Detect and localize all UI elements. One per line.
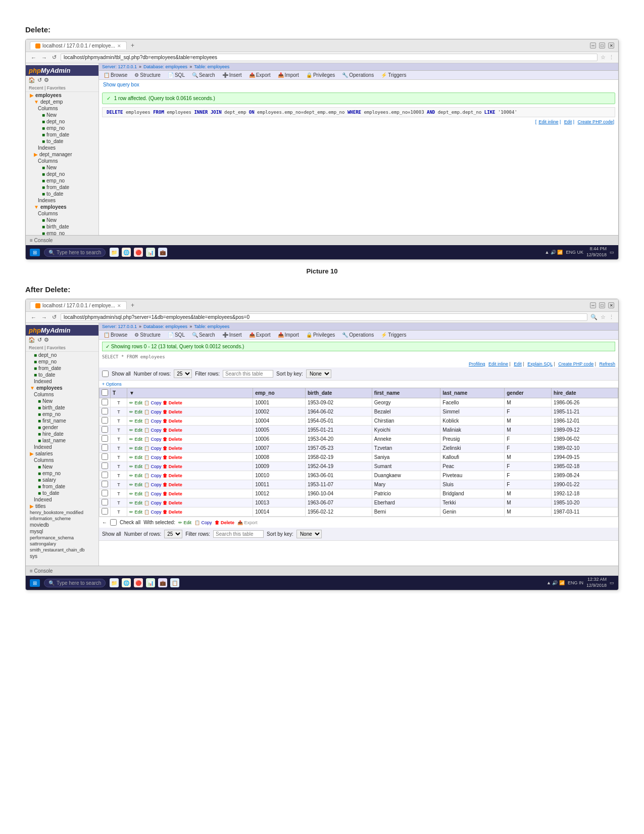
tree-dept-no-2[interactable]: ■ dept_no — [26, 171, 98, 177]
delete-btn[interactable]: 🗑 Delete — [163, 409, 182, 414]
insert-btn-2[interactable]: ➕ Insert — [221, 332, 243, 338]
row-checkbox[interactable] — [100, 471, 111, 480]
tree-emp-no-col-s2[interactable]: ■ emp_no — [26, 411, 98, 418]
show-all-checkbox[interactable] — [102, 370, 109, 377]
sql-btn[interactable]: 📄 SQL — [166, 72, 186, 78]
copy-btn[interactable]: 📋 Copy — [144, 400, 162, 405]
import-btn[interactable]: 📥 Import — [276, 72, 301, 78]
app-icon-1[interactable]: 📁 — [110, 248, 119, 257]
new-tab-btn-1[interactable]: + — [129, 42, 136, 49]
sort-select[interactable]: None — [306, 369, 331, 378]
tree-new-3[interactable]: ■ New — [26, 217, 98, 223]
th-emp-no[interactable]: emp_no — [253, 388, 306, 398]
edit-inline-link[interactable]: Edit inline — [538, 119, 558, 124]
edit-btn[interactable]: ✏ Edit — [129, 446, 142, 451]
tree-salary[interactable]: ■ salary — [26, 477, 98, 483]
delete-btn[interactable]: 🗑 Delete — [163, 446, 182, 451]
tree-emp-no-3[interactable]: ■ emp_no — [26, 230, 98, 235]
row-checkbox[interactable] — [100, 480, 111, 489]
reload-btn-2[interactable]: ↺ — [51, 314, 58, 320]
show-query-box[interactable]: Show query box — [99, 80, 618, 89]
row-checkbox[interactable] — [100, 416, 111, 426]
bottom-export-btn[interactable]: 📤 Export — [237, 520, 258, 525]
bottom-copy-btn[interactable]: 📋 Copy — [194, 520, 212, 525]
import-btn-2[interactable]: 📥 Import — [276, 332, 301, 338]
row-checkbox[interactable] — [100, 407, 111, 416]
filter-input[interactable] — [223, 370, 273, 378]
app-icon-3[interactable]: 🔴 — [134, 248, 143, 257]
reload-btn-1[interactable]: ↺ — [51, 54, 58, 61]
create-php-link-2[interactable]: Create PHP code — [558, 361, 593, 366]
tree-mysql[interactable]: mysql — [26, 528, 98, 535]
taskbar-search-1[interactable]: 🔍 Type here to search — [44, 248, 106, 257]
copy-btn[interactable]: 📋 Copy — [144, 455, 162, 460]
tree-dept-no-s2[interactable]: ■ dept_no — [26, 352, 98, 358]
edit-btn[interactable]: ✏ Edit — [129, 409, 142, 414]
select-all-checkbox[interactable] — [102, 389, 108, 396]
browser-tab-2[interactable]: localhost / 127.0.0.1 / employe... ✕ — [30, 301, 127, 309]
copy-btn[interactable]: 📋 Copy — [144, 419, 162, 424]
app-icon-2[interactable]: 🌐 — [122, 248, 131, 257]
structure-btn-2[interactable]: ⚙ Structure — [133, 332, 162, 338]
desktop-btn-1[interactable]: ▭ — [610, 250, 614, 255]
triggers-btn-1[interactable]: ⚡ Triggers — [379, 72, 408, 78]
settings-icon[interactable]: ⚙ — [43, 77, 49, 83]
row-checkbox[interactable] — [100, 426, 111, 435]
server-crumb-2[interactable]: Server: 127.0.0.1 — [102, 324, 137, 329]
create-php-link[interactable]: Create PHP code — [578, 119, 613, 124]
tree-indexed-sal[interactable]: Indexed — [26, 496, 98, 503]
tree-emp-columns-s2[interactable]: Columns — [26, 391, 98, 398]
tree-emp-columns[interactable]: Columns — [26, 210, 98, 217]
tree-dept-mgr-columns[interactable]: Columns — [26, 158, 98, 164]
delete-btn[interactable]: 🗑 Delete — [163, 491, 182, 496]
edit-btn[interactable]: ✏ Edit — [129, 428, 142, 433]
tree-new-1[interactable]: ■ New — [26, 112, 98, 118]
db-crumb[interactable]: Database: employees — [143, 64, 187, 69]
delete-btn[interactable]: 🗑 Delete — [163, 437, 182, 442]
address-input-2[interactable]: localhost/phpmyadmin/sql.php?server=1&db… — [61, 313, 587, 321]
sql-btn-2[interactable]: 📄 SQL — [166, 332, 186, 338]
browser-tab-1[interactable]: localhost / 127.0.0.1 / employe... ✕ — [30, 41, 127, 50]
tree-to-date-s2[interactable]: ■ to_date — [26, 372, 98, 378]
bottom-delete-btn[interactable]: 🗑 Delete — [215, 520, 234, 525]
tree-from-date-1[interactable]: ■ from_date — [26, 131, 98, 138]
delete-btn[interactable]: 🗑 Delete — [163, 400, 182, 405]
close-btn-1[interactable]: ✕ — [608, 42, 614, 49]
app-icon-5[interactable]: 💼 — [158, 248, 167, 257]
server-crumb[interactable]: Server: 127.0.0.1 — [102, 64, 137, 69]
delete-btn[interactable]: 🗑 Delete — [163, 455, 182, 460]
tree-indexes-2[interactable]: Indexes — [26, 197, 98, 204]
privileges-btn-2[interactable]: 🔒 Privileges — [305, 332, 336, 338]
app-icon-t2[interactable]: 🌐 — [122, 578, 131, 587]
edit-btn[interactable]: ✏ Edit — [129, 500, 142, 505]
tree-dept-manager[interactable]: ▶ dept_manager — [26, 151, 98, 158]
row-checkbox[interactable] — [100, 507, 111, 517]
refresh-icon-2[interactable]: ↺ — [37, 337, 42, 343]
app-icon-t3[interactable]: 🔴 — [134, 578, 143, 587]
menu-icon-2[interactable]: ⋮ — [609, 314, 614, 320]
tree-emp-no-s2[interactable]: ■ emp_no — [26, 358, 98, 365]
tree-employees-s2[interactable]: ▼ employees — [26, 385, 98, 391]
tree-sys[interactable]: sys — [26, 553, 98, 560]
home-icon[interactable]: 🏠 — [28, 77, 36, 83]
edit-btn[interactable]: ✏ Edit — [129, 464, 142, 469]
new-tab-btn-2[interactable]: + — [129, 302, 136, 309]
options-row[interactable]: + Options — [99, 381, 618, 388]
tree-titles[interactable]: ▶ titles — [26, 503, 98, 509]
browse-btn[interactable]: 📋 Browse — [102, 72, 129, 78]
app-icon-t6[interactable]: 📋 — [170, 578, 179, 587]
start-button-2[interactable]: ⊞ — [30, 579, 40, 587]
th-birth-date[interactable]: birth_date — [305, 388, 372, 398]
structure-btn[interactable]: ⚙ Structure — [133, 72, 162, 78]
tab-close-1[interactable]: ✕ — [117, 43, 121, 49]
th-gender[interactable]: gender — [505, 388, 552, 398]
browse-btn-2[interactable]: 📋 Browse — [102, 332, 129, 338]
edit-link[interactable]: Edit — [564, 119, 572, 124]
app-icon-4[interactable]: 📊 — [146, 248, 155, 257]
minimize-btn-1[interactable]: ─ — [590, 42, 596, 49]
tree-dept-no-1[interactable]: ■ dept_no — [26, 118, 98, 125]
refresh-link[interactable]: Refresh — [599, 361, 615, 366]
tree-new-sal[interactable]: ■ New — [26, 464, 98, 470]
copy-btn[interactable]: 📋 Copy — [144, 500, 162, 505]
delete-btn[interactable]: 🗑 Delete — [163, 464, 182, 469]
